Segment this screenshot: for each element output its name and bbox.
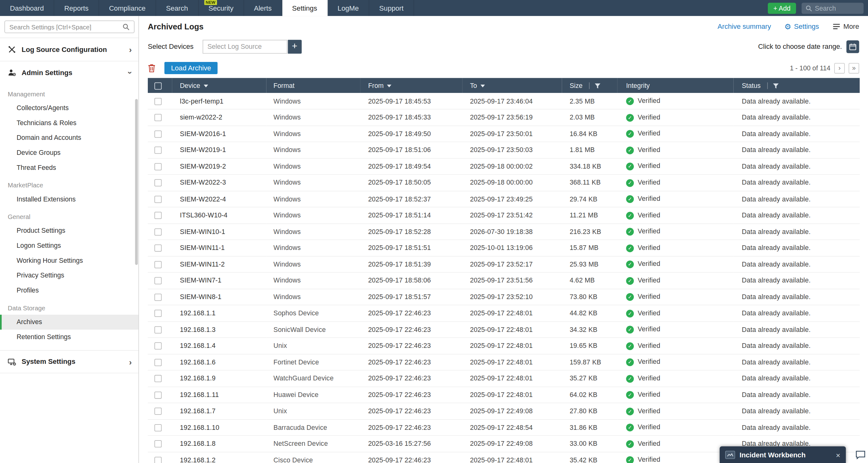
sidebar-item-technicians-roles[interactable]: Technicians & Roles xyxy=(0,115,138,130)
sidebar-item-product-settings[interactable]: Product Settings xyxy=(0,223,138,238)
nav-item-reports[interactable]: Reports xyxy=(55,0,99,16)
nav-item-dashboard[interactable]: Dashboard xyxy=(0,0,55,16)
sidebar-search-input[interactable] xyxy=(9,24,122,30)
sidebar-item-label: Domain and Accounts xyxy=(17,134,81,142)
row-checkbox[interactable] xyxy=(154,114,162,121)
sidebar-item-working-hour-settings[interactable]: Working Hour Settings xyxy=(0,254,138,268)
column-header-device[interactable]: Device xyxy=(172,78,267,93)
column-header-size[interactable]: Size xyxy=(562,78,617,93)
row-checkbox[interactable] xyxy=(154,310,162,317)
row-checkbox[interactable] xyxy=(154,98,162,105)
nav-item-support[interactable]: Support xyxy=(369,0,414,16)
sidebar-item-archives[interactable]: Archives xyxy=(0,315,138,330)
row-checkbox[interactable] xyxy=(154,440,162,448)
integrity-cell: Verified xyxy=(617,403,733,419)
column-header-to[interactable]: To xyxy=(462,78,562,93)
row-checkbox[interactable] xyxy=(154,359,162,366)
table-header-row: Device Format From To Size Integrity Sta… xyxy=(148,78,860,93)
row-checkbox[interactable] xyxy=(154,342,162,350)
chevron-right-icon: › xyxy=(129,358,132,366)
row-checkbox[interactable] xyxy=(154,424,162,431)
nav-item-alerts[interactable]: Alerts xyxy=(244,0,282,16)
settings-link[interactable]: ⚙ Settings xyxy=(784,23,819,30)
size-cell: 35.27 KB xyxy=(562,370,617,387)
format-cell: Barracuda Device xyxy=(266,419,361,435)
sidebar-item-device-groups[interactable]: Device Groups xyxy=(0,145,138,161)
filter-funnel-icon[interactable] xyxy=(595,83,600,89)
sidebar-group-log-source-configuration[interactable]: Log Source Configuration › xyxy=(0,37,138,61)
sidebar-group-admin-settings[interactable]: Admin Settings › xyxy=(0,61,138,84)
sidebar-item-retention-settings[interactable]: Retention Settings xyxy=(0,330,138,345)
row-checkbox[interactable] xyxy=(154,245,162,252)
nav-item-compliance[interactable]: Compliance xyxy=(99,0,156,16)
row-checkbox[interactable] xyxy=(154,179,162,187)
column-header-format[interactable]: Format xyxy=(266,78,361,93)
add-log-source-button[interactable] xyxy=(288,39,302,53)
sidebar-section: Management Collectors/AgentsTechnicians … xyxy=(0,84,138,175)
row-checkbox[interactable] xyxy=(154,391,162,399)
nav-item-settings[interactable]: Settings xyxy=(282,0,328,16)
table-row: l3c-perf-temp1 Windows 2025-09-17 18:45:… xyxy=(148,93,860,109)
main-header: Archived Logs Archive summary ⚙ Settings… xyxy=(139,16,868,37)
format-cell: WatchGuard Device xyxy=(266,370,361,387)
row-checkbox[interactable] xyxy=(154,457,162,463)
more-menu[interactable]: More xyxy=(832,23,859,30)
last-page-button[interactable] xyxy=(848,63,859,73)
sidebar-item-threat-feeds[interactable]: Threat Feeds xyxy=(0,161,138,175)
row-checkbox[interactable] xyxy=(154,196,162,203)
verified-icon xyxy=(626,97,634,105)
select-all-checkbox[interactable] xyxy=(154,82,162,90)
column-header-from[interactable]: From xyxy=(361,78,462,93)
sidebar-item-collectors-agents[interactable]: Collectors/Agents xyxy=(0,101,138,116)
row-checkbox[interactable] xyxy=(154,277,162,285)
nav-item-logme[interactable]: LogMe xyxy=(328,0,369,16)
global-search-box[interactable] xyxy=(802,2,864,13)
row-checkbox[interactable] xyxy=(154,147,162,154)
row-checkbox[interactable] xyxy=(154,326,162,333)
nav-item-security[interactable]: SecurityNEW xyxy=(198,0,244,16)
next-page-button[interactable] xyxy=(834,63,845,73)
row-checkbox[interactable] xyxy=(154,294,162,301)
chat-bubble-icon xyxy=(855,449,866,460)
format-cell: Huawei Device xyxy=(266,387,361,403)
add-button[interactable]: + Add xyxy=(768,2,796,13)
row-checkbox[interactable] xyxy=(154,228,162,236)
row-checkbox[interactable] xyxy=(154,212,162,219)
sidebar-item-domain-and-accounts[interactable]: Domain and Accounts xyxy=(0,130,138,145)
from-cell: 2025-09-17 22:46:23 xyxy=(361,370,462,387)
calendar-button[interactable] xyxy=(846,40,859,53)
column-header-status[interactable]: Status xyxy=(733,78,860,93)
log-source-input-box[interactable] xyxy=(202,39,287,53)
row-checkbox[interactable] xyxy=(154,130,162,138)
format-cell: NetScreen Device xyxy=(266,435,361,452)
log-source-input[interactable] xyxy=(207,42,282,51)
load-archive-button[interactable]: Load Archive xyxy=(164,62,218,74)
archive-summary-link[interactable]: Archive summary xyxy=(718,23,771,30)
sidebar-search-box[interactable] xyxy=(4,20,134,33)
from-cell: 2025-09-17 18:45:53 xyxy=(361,93,462,109)
filter-funnel-icon[interactable] xyxy=(773,83,779,89)
status-cell: Data already available. xyxy=(733,305,860,321)
close-icon[interactable] xyxy=(836,451,840,459)
delete-archive-button[interactable] xyxy=(148,64,156,72)
column-header-integrity[interactable]: Integrity xyxy=(617,78,733,93)
incident-workbench-bar[interactable]: Incident Workbench xyxy=(720,447,846,463)
row-checkbox[interactable] xyxy=(154,375,162,382)
row-checkbox[interactable] xyxy=(154,261,162,268)
sidebar-item-installed-extensions[interactable]: Installed Extensions xyxy=(0,192,138,207)
global-search-input[interactable] xyxy=(815,4,859,12)
sidebar-item-profiles[interactable]: Profiles xyxy=(0,283,138,298)
from-cell: 2025-09-17 22:46:23 xyxy=(361,452,462,463)
row-checkbox[interactable] xyxy=(154,163,162,170)
status-cell: Data already available. xyxy=(733,158,860,174)
device-cell: ITSL360-W10-4 xyxy=(172,207,267,223)
size-cell: 35.42 KB xyxy=(562,452,617,463)
feedback-chat-button[interactable] xyxy=(855,449,866,460)
sidebar-scrollbar[interactable] xyxy=(135,99,138,265)
sidebar-item-privacy-settings[interactable]: Privacy Settings xyxy=(0,268,138,283)
sidebar-item-logon-settings[interactable]: Logon Settings xyxy=(0,238,138,254)
sidebar-group-system-settings[interactable]: System Settings › xyxy=(0,350,138,373)
nav-item-search[interactable]: Search xyxy=(156,0,198,16)
row-checkbox[interactable] xyxy=(154,408,162,415)
format-cell: Fortinet Device xyxy=(266,354,361,370)
